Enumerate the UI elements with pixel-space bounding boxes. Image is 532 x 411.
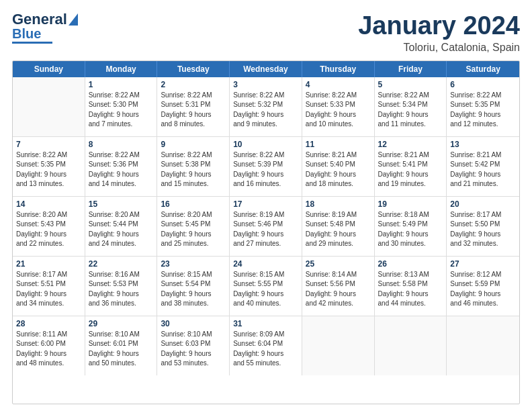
cell-daylight-info: Sunrise: 8:09 AM Sunset: 6:04 PM Dayligh…: [233, 330, 298, 369]
cell-daylight-info: Sunrise: 8:13 AM Sunset: 5:58 PM Dayligh…: [378, 270, 443, 309]
calendar-cell-w4-d5: 25Sunrise: 8:14 AM Sunset: 5:56 PM Dayli…: [302, 257, 375, 316]
calendar-cell-w1-d5: 4Sunrise: 8:22 AM Sunset: 5:33 PM Daylig…: [302, 77, 375, 136]
calendar-cell-w3-d6: 19Sunrise: 8:18 AM Sunset: 5:49 PM Dayli…: [375, 197, 447, 256]
cell-daylight-info: Sunrise: 8:14 AM Sunset: 5:56 PM Dayligh…: [306, 270, 371, 309]
calendar-cell-w4-d1: 21Sunrise: 8:17 AM Sunset: 5:51 PM Dayli…: [13, 257, 85, 316]
day-number: 22: [89, 259, 154, 269]
header-monday: Monday: [85, 61, 158, 77]
header: General Blue January 2024 Toloriu, Catal…: [12, 12, 520, 54]
day-number: 4: [306, 80, 371, 89]
day-number: 10: [233, 140, 298, 149]
cell-daylight-info: Sunrise: 8:15 AM Sunset: 5:54 PM Dayligh…: [161, 270, 226, 309]
month-title: January 2024: [358, 12, 520, 40]
calendar-cell-w2-d4: 10Sunrise: 8:22 AM Sunset: 5:39 PM Dayli…: [230, 137, 302, 196]
cell-daylight-info: Sunrise: 8:20 AM Sunset: 5:44 PM Dayligh…: [89, 210, 154, 249]
cell-daylight-info: Sunrise: 8:22 AM Sunset: 5:30 PM Dayligh…: [89, 91, 154, 130]
cell-daylight-info: Sunrise: 8:21 AM Sunset: 5:41 PM Dayligh…: [378, 150, 443, 189]
cell-daylight-info: Sunrise: 8:17 AM Sunset: 5:50 PM Dayligh…: [450, 210, 516, 249]
cell-daylight-info: Sunrise: 8:12 AM Sunset: 5:59 PM Dayligh…: [450, 270, 516, 309]
calendar-cell-w4-d3: 23Sunrise: 8:15 AM Sunset: 5:54 PM Dayli…: [157, 257, 230, 316]
day-number: 2: [161, 80, 226, 89]
calendar-cell-w2-d5: 11Sunrise: 8:21 AM Sunset: 5:40 PM Dayli…: [302, 137, 375, 196]
calendar-cell-w2-d6: 12Sunrise: 8:21 AM Sunset: 5:41 PM Dayli…: [375, 137, 447, 196]
cell-daylight-info: Sunrise: 8:22 AM Sunset: 5:32 PM Dayligh…: [233, 91, 298, 130]
calendar-cell-w4-d2: 22Sunrise: 8:16 AM Sunset: 5:53 PM Dayli…: [85, 257, 158, 316]
calendar-cell-w1-d4: 3Sunrise: 8:22 AM Sunset: 5:32 PM Daylig…: [230, 77, 302, 136]
day-number: 6: [450, 80, 516, 89]
calendar-cell-w1-d2: 1Sunrise: 8:22 AM Sunset: 5:30 PM Daylig…: [85, 77, 158, 136]
calendar-cell-w2-d7: 13Sunrise: 8:21 AM Sunset: 5:42 PM Dayli…: [447, 137, 519, 196]
calendar-cell-w4-d6: 26Sunrise: 8:13 AM Sunset: 5:58 PM Dayli…: [375, 257, 447, 316]
calendar-cell-w5-d6: [375, 316, 447, 375]
day-number: 11: [306, 140, 371, 149]
cell-daylight-info: Sunrise: 8:19 AM Sunset: 5:46 PM Dayligh…: [233, 210, 298, 249]
cell-daylight-info: Sunrise: 8:10 AM Sunset: 6:03 PM Dayligh…: [161, 330, 226, 369]
header-sunday: Sunday: [13, 61, 85, 77]
header-tuesday: Tuesday: [157, 61, 230, 77]
cell-daylight-info: Sunrise: 8:22 AM Sunset: 5:38 PM Dayligh…: [161, 150, 226, 189]
day-number: 28: [16, 319, 81, 328]
cell-daylight-info: Sunrise: 8:20 AM Sunset: 5:43 PM Dayligh…: [16, 210, 81, 249]
calendar-cell-w3-d2: 15Sunrise: 8:20 AM Sunset: 5:44 PM Dayli…: [85, 197, 158, 256]
calendar-cell-w1-d3: 2Sunrise: 8:22 AM Sunset: 5:31 PM Daylig…: [157, 77, 230, 136]
day-number: 30: [161, 319, 226, 328]
location-title: Toloriu, Catalonia, Spain: [358, 42, 520, 54]
day-number: 31: [233, 319, 298, 328]
cell-daylight-info: Sunrise: 8:22 AM Sunset: 5:35 PM Dayligh…: [16, 150, 81, 189]
calendar-cell-w4-d7: 27Sunrise: 8:12 AM Sunset: 5:59 PM Dayli…: [447, 257, 519, 316]
calendar-cell-w1-d7: 6Sunrise: 8:22 AM Sunset: 5:35 PM Daylig…: [447, 77, 519, 136]
calendar-cell-w3-d7: 20Sunrise: 8:17 AM Sunset: 5:50 PM Dayli…: [447, 197, 519, 256]
cell-daylight-info: Sunrise: 8:22 AM Sunset: 5:36 PM Dayligh…: [89, 150, 154, 189]
logo-underline: [12, 42, 52, 44]
calendar-week-3: 14Sunrise: 8:20 AM Sunset: 5:43 PM Dayli…: [13, 197, 519, 257]
calendar-cell-w5-d4: 31Sunrise: 8:09 AM Sunset: 6:04 PM Dayli…: [230, 316, 302, 375]
cell-daylight-info: Sunrise: 8:10 AM Sunset: 6:01 PM Dayligh…: [89, 330, 154, 369]
day-number: 13: [450, 140, 516, 149]
cell-daylight-info: Sunrise: 8:21 AM Sunset: 5:40 PM Dayligh…: [306, 150, 371, 189]
day-number: 16: [161, 199, 226, 209]
cell-daylight-info: Sunrise: 8:20 AM Sunset: 5:45 PM Dayligh…: [161, 210, 226, 249]
logo-triangle-icon: [69, 13, 78, 26]
calendar-cell-w3-d1: 14Sunrise: 8:20 AM Sunset: 5:43 PM Dayli…: [13, 197, 85, 256]
calendar-cell-w2-d2: 8Sunrise: 8:22 AM Sunset: 5:36 PM Daylig…: [85, 137, 158, 196]
day-number: 3: [233, 80, 298, 89]
calendar-cell-w3-d3: 16Sunrise: 8:20 AM Sunset: 5:45 PM Dayli…: [157, 197, 230, 256]
calendar-cell-w3-d4: 17Sunrise: 8:19 AM Sunset: 5:46 PM Dayli…: [230, 197, 302, 256]
cell-daylight-info: Sunrise: 8:17 AM Sunset: 5:51 PM Dayligh…: [16, 270, 81, 309]
calendar-week-1: 1Sunrise: 8:22 AM Sunset: 5:30 PM Daylig…: [13, 77, 519, 137]
header-wednesday: Wednesday: [230, 61, 302, 77]
calendar-cell-w5-d2: 29Sunrise: 8:10 AM Sunset: 6:01 PM Dayli…: [85, 316, 158, 375]
calendar-cell-w1-d6: 5Sunrise: 8:22 AM Sunset: 5:34 PM Daylig…: [375, 77, 447, 136]
day-number: 5: [378, 80, 443, 89]
day-number: 21: [16, 259, 81, 269]
cell-daylight-info: Sunrise: 8:22 AM Sunset: 5:35 PM Dayligh…: [450, 91, 516, 130]
logo-blue: Blue: [12, 27, 41, 40]
day-number: 8: [89, 140, 154, 149]
calendar-body: 1Sunrise: 8:22 AM Sunset: 5:30 PM Daylig…: [13, 77, 519, 375]
calendar-week-2: 7Sunrise: 8:22 AM Sunset: 5:35 PM Daylig…: [13, 137, 519, 197]
calendar-cell-w2-d3: 9Sunrise: 8:22 AM Sunset: 5:38 PM Daylig…: [157, 137, 230, 196]
day-number: 14: [16, 199, 81, 209]
calendar-week-4: 21Sunrise: 8:17 AM Sunset: 5:51 PM Dayli…: [13, 257, 519, 316]
day-number: 17: [233, 199, 298, 209]
day-number: 12: [378, 140, 443, 149]
cell-daylight-info: Sunrise: 8:22 AM Sunset: 5:34 PM Dayligh…: [378, 91, 443, 130]
calendar-week-5: 28Sunrise: 8:11 AM Sunset: 6:00 PM Dayli…: [13, 316, 519, 375]
cell-daylight-info: Sunrise: 8:16 AM Sunset: 5:53 PM Dayligh…: [89, 270, 154, 309]
logo: General Blue: [12, 12, 78, 44]
day-number: 9: [161, 140, 226, 149]
calendar-cell-w5-d5: [302, 316, 375, 375]
cell-daylight-info: Sunrise: 8:21 AM Sunset: 5:42 PM Dayligh…: [450, 150, 516, 189]
day-number: 18: [306, 199, 371, 209]
calendar: Sunday Monday Tuesday Wednesday Thursday…: [12, 60, 520, 404]
header-thursday: Thursday: [302, 61, 375, 77]
calendar-header: Sunday Monday Tuesday Wednesday Thursday…: [13, 61, 519, 77]
calendar-cell-w3-d5: 18Sunrise: 8:19 AM Sunset: 5:48 PM Dayli…: [302, 197, 375, 256]
day-number: 7: [16, 140, 81, 149]
day-number: 20: [450, 199, 516, 209]
day-number: 25: [306, 259, 371, 269]
calendar-cell-w5-d1: 28Sunrise: 8:11 AM Sunset: 6:00 PM Dayli…: [13, 316, 85, 375]
day-number: 1: [89, 80, 154, 89]
cell-daylight-info: Sunrise: 8:22 AM Sunset: 5:31 PM Dayligh…: [161, 91, 226, 130]
cell-daylight-info: Sunrise: 8:18 AM Sunset: 5:49 PM Dayligh…: [378, 210, 443, 249]
